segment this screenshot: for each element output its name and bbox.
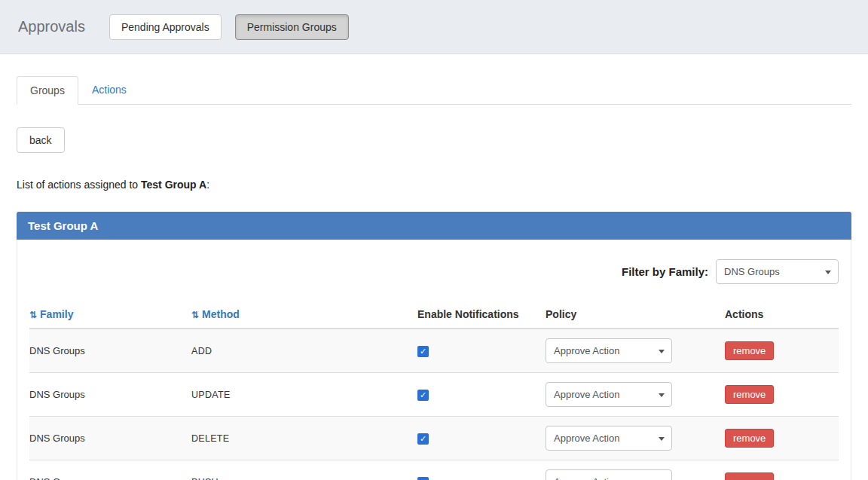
table-row: DNS Groups UPDATE Approve Action remove bbox=[29, 373, 839, 417]
family-filter-selected-value: DNS Groups bbox=[724, 266, 780, 277]
column-header-method[interactable]: ⇅Method bbox=[191, 304, 417, 329]
permission-groups-button[interactable]: Permission Groups bbox=[235, 14, 349, 40]
family-cell: DNS Groups bbox=[29, 329, 191, 373]
chevron-down-icon bbox=[659, 437, 665, 441]
panel-body: Filter by Family: DNS Groups ⇅Family ⇅Me… bbox=[17, 240, 851, 480]
remove-button[interactable]: remove bbox=[725, 341, 774, 360]
method-cell: DELETE bbox=[191, 417, 417, 460]
filter-by-family-label: Filter by Family: bbox=[622, 265, 708, 278]
table-body: DNS Groups ADD Approve Action remove DNS… bbox=[29, 329, 839, 480]
pending-approvals-button[interactable]: Pending Approvals bbox=[109, 14, 222, 40]
column-header-actions: Actions bbox=[725, 304, 839, 329]
table-row: DNS Groups PUSH Approve Action remove bbox=[29, 460, 839, 480]
column-header-family[interactable]: ⇅Family bbox=[29, 304, 191, 329]
policy-select[interactable]: Approve Action bbox=[546, 426, 672, 451]
chevron-down-icon bbox=[659, 393, 665, 397]
policy-selected-value: Approve Action bbox=[554, 476, 619, 480]
notifications-checkbox[interactable] bbox=[417, 433, 429, 445]
sort-icon: ⇅ bbox=[191, 310, 199, 320]
assigned-actions-text: List of actions assigned to Test Group A… bbox=[17, 179, 868, 191]
sort-icon: ⇅ bbox=[29, 310, 37, 320]
page-title: Approvals bbox=[18, 18, 85, 35]
remove-button[interactable]: remove bbox=[725, 472, 774, 480]
tab-actions[interactable]: Actions bbox=[78, 75, 140, 104]
remove-button[interactable]: remove bbox=[725, 429, 774, 448]
column-header-notifications: Enable Notifications bbox=[417, 304, 546, 329]
method-cell: PUSH bbox=[191, 460, 417, 480]
chevron-down-icon bbox=[659, 350, 665, 353]
family-cell: DNS Groups bbox=[29, 417, 191, 460]
family-cell: DNS Groups bbox=[29, 460, 191, 480]
column-header-policy: Policy bbox=[546, 304, 725, 329]
filter-row: Filter by Family: DNS Groups bbox=[29, 240, 839, 287]
top-header: Approvals Pending Approvals Permission G… bbox=[0, 0, 868, 54]
tab-bar: Groups Actions bbox=[17, 75, 851, 105]
tab-groups[interactable]: Groups bbox=[17, 76, 78, 105]
table-header-row: ⇅Family ⇅Method Enable Notifications Pol… bbox=[29, 304, 839, 329]
policy-selected-value: Approve Action bbox=[554, 389, 619, 400]
group-panel: Test Group A Filter by Family: DNS Group… bbox=[17, 212, 851, 480]
policy-selected-value: Approve Action bbox=[554, 433, 619, 444]
remove-button[interactable]: remove bbox=[725, 385, 774, 404]
policy-select[interactable]: Approve Action bbox=[546, 382, 672, 407]
table-row: DNS Groups DELETE Approve Action remove bbox=[29, 417, 839, 460]
actions-table: ⇅Family ⇅Method Enable Notifications Pol… bbox=[29, 304, 839, 480]
policy-select[interactable]: Approve Action bbox=[546, 469, 672, 480]
table-row: DNS Groups ADD Approve Action remove bbox=[29, 329, 839, 373]
chevron-down-icon bbox=[825, 271, 831, 274]
notifications-checkbox[interactable] bbox=[417, 477, 429, 480]
group-name: Test Group A bbox=[141, 179, 206, 191]
family-cell: DNS Groups bbox=[29, 373, 191, 417]
family-filter-select[interactable]: DNS Groups bbox=[716, 259, 839, 284]
method-cell: UPDATE bbox=[191, 373, 417, 417]
back-button[interactable]: back bbox=[17, 127, 65, 153]
policy-selected-value: Approve Action bbox=[554, 345, 619, 356]
intro-suffix: : bbox=[206, 179, 209, 191]
panel-title: Test Group A bbox=[17, 212, 851, 240]
policy-select[interactable]: Approve Action bbox=[546, 338, 672, 363]
notifications-checkbox[interactable] bbox=[417, 346, 429, 357]
notifications-checkbox[interactable] bbox=[417, 390, 429, 401]
method-cell: ADD bbox=[191, 329, 417, 373]
intro-prefix: List of actions assigned to bbox=[17, 179, 141, 191]
